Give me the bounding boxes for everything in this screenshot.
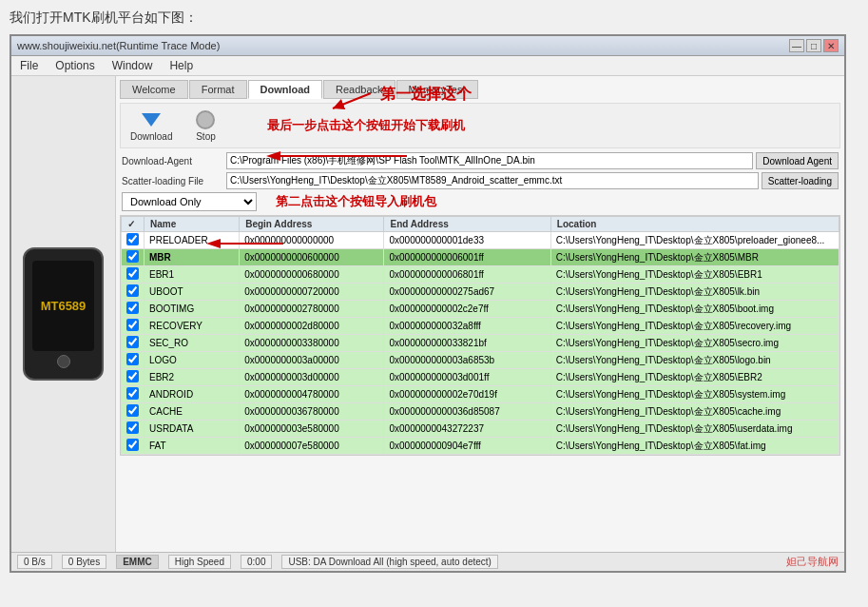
- row-location: C:\Users\YongHeng_IT\Desktop\金立X805\lk.b…: [550, 284, 839, 301]
- row-name: USRDATA: [145, 421, 240, 438]
- window-controls: — □ ✕: [789, 39, 839, 52]
- annotation-last: 最后一步点击这个按钮开始下载刷机: [267, 117, 465, 134]
- stop-button[interactable]: Stop: [191, 109, 220, 142]
- row-location: C:\Users\YongHeng_IT\Desktop\金立X805\EBR1: [550, 266, 839, 284]
- download-agent-row: Download-Agent Download Agent: [120, 152, 840, 169]
- tab-download[interactable]: Download: [248, 80, 323, 99]
- row-location: C:\Users\YongHeng_IT\Desktop\金立X805\syst…: [550, 386, 839, 403]
- row-name: EBR2: [145, 369, 240, 386]
- row-location: C:\Users\YongHeng_IT\Desktop\金立X805\EBR2: [550, 369, 839, 386]
- scatter-button[interactable]: Scatter-loading: [762, 172, 839, 189]
- download-agent-label: Download-Agent: [122, 156, 226, 166]
- row-name: PRELOADER: [145, 232, 240, 249]
- tab-format[interactable]: Format: [189, 80, 247, 99]
- row-begin-address: 0x000000000000000: [240, 232, 384, 249]
- menu-help[interactable]: Help: [166, 58, 196, 73]
- row-begin-address: 0x0000000000720000: [240, 284, 384, 301]
- row-name: FAT: [145, 438, 240, 455]
- download-arrow-icon: [137, 109, 165, 130]
- tab-memorytest[interactable]: MemoryTest: [396, 80, 478, 99]
- row-checkbox[interactable]: [122, 438, 145, 455]
- row-checkbox[interactable]: [122, 232, 145, 249]
- table-row: EBR20x0000000003d000000x000000000003d001…: [122, 369, 839, 386]
- row-begin-address: 0x0000000003a00000: [240, 352, 384, 369]
- download-agent-input[interactable]: [226, 152, 753, 169]
- tab-welcome[interactable]: Welcome: [120, 80, 188, 99]
- row-checkbox[interactable]: [122, 318, 145, 335]
- phone-home-button: [57, 355, 70, 368]
- table-row: EBR10x00000000006800000x000000000006801f…: [122, 266, 839, 284]
- row-location: C:\Users\YongHeng_IT\Desktop\金立X805\prel…: [550, 232, 839, 249]
- row-checkbox[interactable]: [122, 301, 145, 318]
- chip-label: MT6589: [41, 299, 87, 313]
- menu-file[interactable]: File: [17, 58, 41, 73]
- right-panel: Welcome Format Download Readback MemoryT…: [116, 76, 844, 552]
- menu-window[interactable]: Window: [109, 58, 156, 73]
- row-checkbox[interactable]: [122, 403, 145, 421]
- row-location: C:\Users\YongHeng_IT\Desktop\金立X805\cach…: [550, 403, 839, 421]
- maximize-button[interactable]: □: [806, 39, 821, 52]
- row-checkbox[interactable]: [122, 284, 145, 301]
- row-end-address: 0x000000000003a6853b: [384, 352, 550, 369]
- menu-bar: File Options Window Help: [11, 56, 844, 76]
- row-end-address: 0x000000000002e70d19f: [384, 386, 550, 403]
- row-end-address: 0x000000000006001ff: [384, 249, 550, 266]
- row-name: UBOOT: [145, 284, 240, 301]
- row-checkbox[interactable]: [122, 369, 145, 386]
- page-header: 我们打开MTK刷机平台如下图：: [10, 10, 858, 27]
- row-end-address: 0x000000000904e7fff: [384, 438, 550, 455]
- scatter-label: Scatter-loading File: [122, 176, 226, 186]
- menu-options[interactable]: Options: [52, 58, 97, 73]
- app-window-wrapper: www.shoujiweixiu.net(Runtime Trace Mode)…: [10, 34, 846, 573]
- tabs-bar: Welcome Format Download Readback MemoryT…: [120, 80, 840, 99]
- title-bar: www.shoujiweixiu.net(Runtime Trace Mode)…: [11, 36, 844, 56]
- row-name: BOOTIMG: [145, 301, 240, 318]
- row-checkbox[interactable]: [122, 352, 145, 369]
- row-checkbox[interactable]: [122, 386, 145, 403]
- row-end-address: 0x000000000003d001ff: [384, 369, 550, 386]
- row-end-address: 0x000000000033821bf: [384, 335, 550, 352]
- mode-dropdown[interactable]: Download Only Firmware Upgrade Format Al…: [122, 192, 257, 211]
- row-begin-address: 0x0000000036780000: [240, 403, 384, 421]
- row-name: SEC_RO: [145, 335, 240, 352]
- row-end-address: 0x000000000006801ff: [384, 266, 550, 284]
- row-checkbox[interactable]: [122, 335, 145, 352]
- col-begin: Begin Address: [240, 217, 384, 232]
- row-checkbox[interactable]: [122, 421, 145, 438]
- row-name: EBR1: [145, 266, 240, 284]
- status-storage: EMMC: [116, 555, 159, 569]
- stop-circle-icon: [191, 109, 220, 130]
- row-location: C:\Users\YongHeng_IT\Desktop\金立X805\logo…: [550, 352, 839, 369]
- col-check: ✓: [122, 217, 145, 232]
- row-location: C:\Users\YongHeng_IT\Desktop\金立X805\boot…: [550, 301, 839, 318]
- stop-label: Stop: [196, 131, 216, 142]
- row-name: CACHE: [145, 403, 240, 421]
- row-location: C:\Users\YongHeng_IT\Desktop\金立X805\MBR: [550, 249, 839, 266]
- table-row: RECOVERY0x0000000002d800000x000000000032…: [122, 318, 839, 335]
- left-panel: MT6589: [11, 76, 116, 552]
- download-button[interactable]: Download: [130, 109, 172, 142]
- table-header-row: ✓ Name Begin Address End Address Locatio…: [122, 217, 839, 232]
- row-checkbox[interactable]: [122, 266, 145, 284]
- col-location: Location: [550, 217, 839, 232]
- partition-table-container: ✓ Name Begin Address End Address Locatio…: [120, 215, 840, 456]
- tab-readback[interactable]: Readback: [323, 80, 395, 99]
- row-checkbox[interactable]: [122, 249, 145, 266]
- table-row: UBOOT0x00000000007200000x00000000000275a…: [122, 284, 839, 301]
- close-button[interactable]: ✕: [823, 39, 839, 52]
- row-begin-address: 0x0000000002780000: [240, 301, 384, 318]
- row-begin-address: 0x0000000003d00000: [240, 369, 384, 386]
- row-begin-address: 0x0000000002d80000: [240, 318, 384, 335]
- scatter-input[interactable]: [226, 172, 759, 189]
- table-row: ANDROID0x00000000047800000x000000000002e…: [122, 386, 839, 403]
- minimize-button[interactable]: —: [789, 39, 804, 52]
- download-agent-button[interactable]: Download Agent: [756, 152, 839, 169]
- row-end-address: 0x00000000000275ad67: [384, 284, 550, 301]
- dropdown-row: Download Only Firmware Upgrade Format Al…: [120, 192, 840, 211]
- row-end-address: 0x000000000002c2e7ff: [384, 301, 550, 318]
- row-location: C:\Users\YongHeng_IT\Desktop\金立X805\user…: [550, 421, 839, 438]
- row-name: ANDROID: [145, 386, 240, 403]
- row-end-address: 0x0000000000036d85087: [384, 403, 550, 421]
- status-bar: 0 B/s 0 Bytes EMMC High Speed 0:00 USB: …: [11, 552, 844, 571]
- row-location: C:\Users\YongHeng_IT\Desktop\金立X805\secr…: [550, 335, 839, 352]
